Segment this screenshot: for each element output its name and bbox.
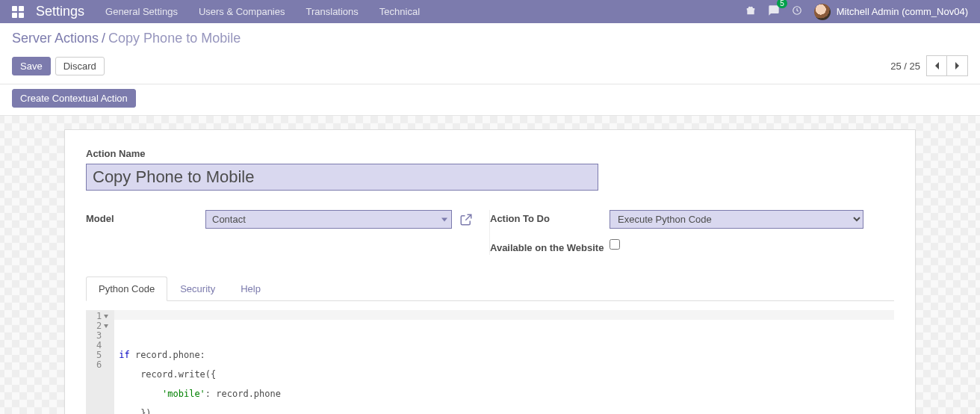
model-input[interactable] — [205, 210, 452, 229]
messages-icon[interactable]: 5 — [768, 4, 780, 19]
model-label: Model — [86, 210, 205, 224]
form-sheet: Action Name Model — [64, 129, 916, 414]
top-navbar: Settings General Settings Users & Compan… — [0, 0, 980, 23]
tabs: Python Code Security Help — [86, 276, 894, 301]
avatar — [814, 4, 831, 20]
activity-icon[interactable] — [792, 5, 802, 18]
breadcrumb-root[interactable]: Server Actions — [12, 31, 99, 46]
action-to-do-label: Action To Do — [490, 210, 610, 224]
action-name-input[interactable] — [86, 164, 598, 191]
gift-icon[interactable] — [745, 5, 756, 18]
breadcrumb: Server Actions / Copy Phone to Mobile — [0, 23, 980, 51]
code-gutter: 1 2 3 4 5 6 — [86, 310, 114, 414]
breadcrumb-sep: / — [102, 31, 105, 46]
fold-icon[interactable] — [104, 315, 108, 318]
tab-security[interactable]: Security — [167, 276, 228, 301]
apps-icon[interactable] — [12, 6, 24, 18]
messages-badge: 5 — [777, 0, 787, 8]
discard-button[interactable]: Discard — [55, 57, 105, 75]
nav-menu-general[interactable]: General Settings — [105, 6, 178, 17]
action-name-label: Action Name — [86, 148, 894, 159]
nav-menu: General Settings Users & Companies Trans… — [105, 6, 420, 17]
form-background: Action Name Model — [0, 116, 980, 414]
app-brand[interactable]: Settings — [36, 4, 84, 19]
tab-python-code[interactable]: Python Code — [86, 276, 167, 301]
code-content[interactable]: if record.phone: record.write({ 'mobile'… — [114, 310, 894, 414]
fold-icon[interactable] — [104, 324, 108, 328]
nav-menu-translations[interactable]: Translations — [306, 6, 359, 17]
nav-menu-users[interactable]: Users & Companies — [199, 6, 285, 17]
nav-menu-technical[interactable]: Technical — [379, 6, 420, 17]
external-link-icon[interactable] — [459, 213, 473, 226]
available-website-label: Available on the Website — [490, 239, 610, 255]
code-editor[interactable]: 1 2 3 4 5 6 if record.phone: record.writ… — [86, 310, 894, 414]
action-to-do-select[interactable]: Execute Python Code — [610, 210, 863, 229]
breadcrumb-current: Copy Phone to Mobile — [108, 31, 241, 46]
pager-text[interactable]: 25 / 25 — [890, 61, 920, 72]
user-menu[interactable]: Mitchell Admin (comm_Nov04) — [814, 4, 968, 20]
save-button[interactable]: Save — [12, 57, 51, 75]
user-name: Mitchell Admin (comm_Nov04) — [837, 6, 968, 17]
create-contextual-action-button[interactable]: Create Contextual Action — [12, 89, 136, 108]
available-website-checkbox[interactable] — [610, 239, 620, 250]
tab-help[interactable]: Help — [228, 276, 273, 301]
pager-next-button[interactable] — [947, 55, 968, 76]
pager-prev-button[interactable] — [926, 55, 947, 76]
